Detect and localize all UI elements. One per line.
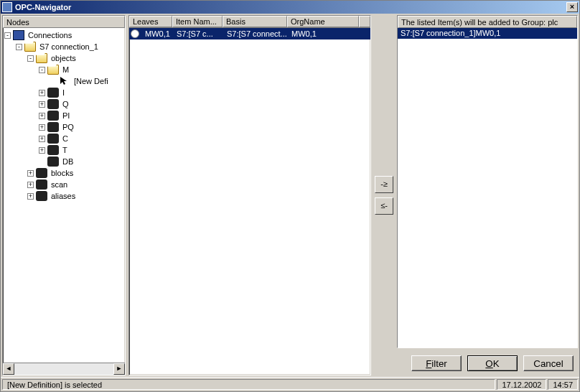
scroll-left-icon[interactable]: ◄ [3, 363, 14, 375]
tree-item-pi[interactable]: + PI [4, 110, 125, 121]
col-leaves[interactable]: Leaves [129, 16, 172, 27]
move-left-button[interactable]: ≤- [375, 197, 393, 215]
col-basis[interactable]: Basis [223, 16, 287, 27]
window: OPC-Navigator × Nodes - Connections - S7… [0, 0, 580, 392]
tree-item-db[interactable]: DB [4, 156, 125, 167]
tree-item-i[interactable]: + I [4, 87, 125, 98]
tree-item-m[interactable]: - M [4, 64, 125, 75]
binoculars-icon [36, 179, 47, 190]
expand-icon[interactable]: + [27, 170, 34, 177]
tree-panel: Nodes - Connections - S7 connection_1 - [2, 15, 126, 375]
collapse-icon[interactable]: - [4, 32, 11, 39]
binoculars-icon [47, 157, 59, 167]
tree-item-scan[interactable]: + scan [4, 179, 125, 190]
tree-header: Nodes [3, 16, 125, 28]
statusbar: [New Definition] is selected 17.12.2002 … [1, 377, 579, 391]
right-list[interactable]: S7:[S7 connection_1]MW0,1 [398, 28, 577, 347]
tree-item-c[interactable]: + C [4, 133, 125, 144]
item-icon [131, 29, 139, 38]
binoculars-icon [47, 99, 59, 109]
filter-button[interactable]: Filter [411, 355, 462, 371]
tree-item-pq[interactable]: + PQ [4, 121, 125, 133]
tree-item-blocks[interactable]: + blocks [4, 167, 125, 179]
col-spacer [359, 16, 370, 27]
grid-panel: Leaves Item Nam... Basis OrgName MW0,1 S… [128, 15, 371, 375]
list-item[interactable]: S7:[S7 connection_1]MW0,1 [398, 28, 577, 39]
right-panel: The listed Item(s) will be added to Grou… [397, 15, 578, 348]
binoculars-icon [47, 111, 59, 121]
tree-item-t[interactable]: + T [4, 144, 125, 156]
expand-icon[interactable]: + [27, 182, 34, 188]
move-right-button[interactable]: -≥ [375, 176, 393, 193]
binoculars-icon [36, 168, 47, 178]
cursor-icon [59, 76, 70, 86]
grid-row[interactable]: MW0,1 S7:[S7 c... S7:[S7 connect... MW0,… [129, 28, 370, 39]
move-buttons: -≥ ≤- [374, 15, 394, 375]
expand-icon[interactable]: + [27, 193, 34, 200]
tree-item-s7connection[interactable]: - S7 connection_1 [4, 41, 125, 52]
collapse-icon[interactable]: - [16, 44, 22, 50]
content: Nodes - Connections - S7 connection_1 - [1, 14, 579, 377]
binoculars-icon [36, 191, 47, 201]
collapse-icon[interactable]: - [39, 67, 45, 73]
tree-item-q[interactable]: + Q [4, 98, 125, 110]
status-date: 17.12.2002 [497, 379, 546, 390]
binoculars-icon [47, 88, 59, 98]
close-button[interactable]: × [566, 2, 578, 12]
tree-item-objects[interactable]: - objects [4, 52, 125, 64]
expand-icon[interactable]: + [39, 90, 45, 96]
col-itemname[interactable]: Item Nam... [172, 16, 223, 27]
expand-icon[interactable]: + [39, 136, 45, 142]
folder-open-icon [47, 65, 59, 75]
expand-icon[interactable]: + [39, 113, 45, 119]
tree-item-newdef[interactable]: [New Defi [4, 75, 125, 87]
grid-header: Leaves Item Nam... Basis OrgName [129, 16, 370, 28]
cancel-button[interactable]: Cancel [523, 355, 574, 371]
titlebar: OPC-Navigator × [1, 1, 579, 14]
app-icon [2, 2, 12, 12]
button-row: Filter OK Cancel [397, 348, 578, 375]
grid-body[interactable]: MW0,1 S7:[S7 c... S7:[S7 connect... MW0,… [129, 28, 370, 375]
expand-icon[interactable]: + [39, 147, 45, 154]
binoculars-icon [47, 145, 59, 155]
status-message: [New Definition] is selected [2, 379, 495, 390]
collapse-icon[interactable]: - [27, 55, 34, 62]
right-header: The listed Item(s) will be added to Grou… [398, 16, 577, 28]
tree-hscroll[interactable]: ◄ ► [3, 363, 125, 375]
right-area: The listed Item(s) will be added to Grou… [397, 15, 578, 375]
status-time: 14:57 [548, 379, 578, 390]
binoculars-icon [47, 122, 59, 132]
ok-button[interactable]: OK [467, 355, 518, 371]
folder-open-icon [24, 42, 36, 52]
tree-item-aliases[interactable]: + aliases [4, 190, 125, 202]
binoculars-icon [47, 134, 59, 144]
scroll-right-icon[interactable]: ► [113, 363, 125, 375]
folder-open-icon [36, 53, 47, 63]
tree[interactable]: - Connections - S7 connection_1 - object… [3, 28, 125, 363]
expand-icon[interactable]: + [39, 101, 45, 108]
col-orgname[interactable]: OrgName [287, 16, 359, 27]
tree-root-connections[interactable]: - Connections [4, 29, 125, 41]
expand-icon[interactable]: + [39, 124, 45, 131]
connections-icon [13, 30, 24, 40]
window-title: OPC-Navigator [15, 3, 566, 11]
